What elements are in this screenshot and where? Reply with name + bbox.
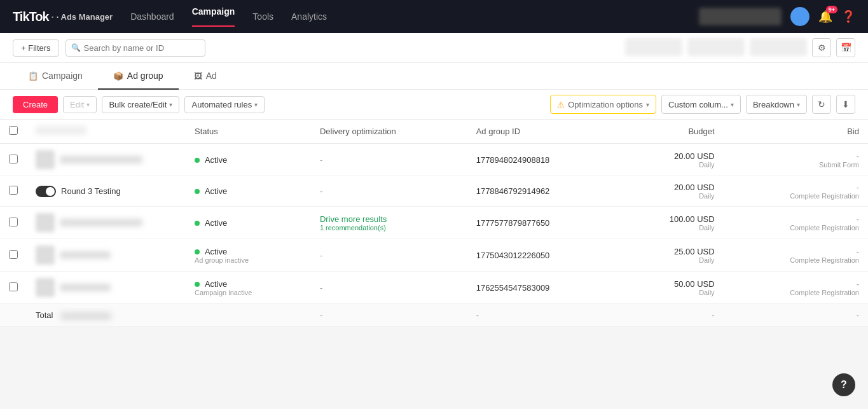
row2-status-cell: Active xyxy=(186,176,311,207)
row2-status-dot xyxy=(195,189,200,194)
bulk-edit-button[interactable]: Bulk create/Edit ▾ xyxy=(102,96,179,113)
toolbar-ghost-2 xyxy=(687,38,745,56)
table-row: Round 3 Testing Active - 177884679291496… xyxy=(0,176,868,207)
row1-checkbox-cell xyxy=(0,144,27,176)
row2-checkbox[interactable] xyxy=(9,186,18,195)
breakdown-button[interactable]: Breakdown ▾ xyxy=(746,95,807,114)
warning-icon: ⚠ xyxy=(557,100,565,109)
col-delivery-header[interactable]: Delivery optimization xyxy=(311,120,467,144)
row5-budget-cell: 50.00 USD Daily xyxy=(619,272,723,304)
nav-tools[interactable]: Tools xyxy=(252,11,273,22)
ad-group-table: Status Delivery optimization Ad group ID… xyxy=(0,120,868,327)
search-icon: 🔍 xyxy=(71,43,81,52)
breakdown-caret-icon: ▾ xyxy=(797,101,800,108)
download-button[interactable]: ⬇ xyxy=(836,95,855,114)
search-input[interactable] xyxy=(65,39,205,57)
row4-avatar xyxy=(36,246,55,265)
row1-adgroupid-cell: 1778948024908818 xyxy=(467,144,619,176)
filters-button[interactable]: + Filters xyxy=(13,39,59,57)
column-icon[interactable]: ⚙ xyxy=(812,38,831,57)
row5-delivery-cell: - xyxy=(311,272,467,304)
nav-dashboard[interactable]: Dashboard xyxy=(130,11,174,22)
row2-bid-sub: Complete Registration xyxy=(733,192,859,200)
col-adgroupid-header[interactable]: Ad group ID xyxy=(467,120,619,144)
automated-rules-label: Automated rules xyxy=(191,100,252,109)
row1-checkbox[interactable] xyxy=(9,155,18,163)
row1-bid: - xyxy=(733,151,859,161)
row2-budget-val: 20.00 USD xyxy=(628,183,714,192)
row3-status: Active xyxy=(205,218,227,228)
row5-checkbox[interactable] xyxy=(9,282,18,291)
toolbar-ghost-3 xyxy=(750,38,807,56)
col-status-header[interactable]: Status xyxy=(186,120,311,144)
row2-name-cell: Round 3 Testing xyxy=(27,176,186,207)
table-row: Active Ad group inactive - 1775043012226… xyxy=(0,239,868,272)
select-all-checkbox[interactable] xyxy=(9,126,18,135)
row4-bid: - xyxy=(733,247,859,256)
breakdown-label: Breakdown xyxy=(753,100,794,109)
row3-bid-cell: - Complete Registration xyxy=(724,207,868,239)
row3-bid-sub: Complete Registration xyxy=(733,224,859,232)
row5-budget-val: 50.00 USD xyxy=(628,279,714,289)
custom-columns-caret-icon: ▾ xyxy=(731,101,734,108)
user-avatar[interactable] xyxy=(790,7,809,26)
col-checkbox xyxy=(0,120,27,144)
account-switcher[interactable] xyxy=(699,8,782,25)
automated-rules-button[interactable]: Automated rules ▾ xyxy=(184,96,265,113)
row2-adgroupid-cell: 1778846792914962 xyxy=(467,176,619,207)
row5-status-dot xyxy=(195,282,200,287)
row1-name-cell xyxy=(27,144,186,176)
edit-label: Edit xyxy=(70,100,84,109)
row1-budget-cell: 20.00 USD Daily xyxy=(619,144,723,176)
col-bid-header[interactable]: Bid xyxy=(724,120,868,144)
row3-budget-period: Daily xyxy=(628,224,714,232)
custom-columns-label: Custom colum... xyxy=(668,100,728,109)
tab-adgroup[interactable]: 📦 Ad group xyxy=(98,63,179,90)
logo-adsmanager: · Ads Manager xyxy=(57,12,113,22)
refresh-button[interactable]: ↻ xyxy=(812,95,831,114)
notifications-icon[interactable]: 🔔 9+ xyxy=(818,10,832,24)
help-nav-icon[interactable]: ❓ xyxy=(841,10,855,24)
nav-campaign[interactable]: Campaign xyxy=(192,6,235,27)
nav-analytics[interactable]: Analytics xyxy=(291,11,327,22)
tab-ad[interactable]: 🖼 Ad xyxy=(179,63,232,90)
row2-budget-cell: 20.00 USD Daily xyxy=(619,176,723,207)
edit-button[interactable]: Edit ▾ xyxy=(63,96,97,113)
toolbar: + Filters 🔍 ⚙ 📅 xyxy=(0,33,868,63)
toolbar-ghost-1 xyxy=(625,38,682,56)
row5-name-cell xyxy=(27,272,186,304)
tabs-row: 📋 Campaign 📦 Ad group 🖼 Ad xyxy=(0,63,868,90)
row5-name xyxy=(60,284,111,291)
row2-toggle[interactable] xyxy=(36,186,56,197)
action-bar: Create Edit ▾ Bulk create/Edit ▾ Automat… xyxy=(0,90,868,120)
row4-checkbox[interactable] xyxy=(9,250,18,259)
row4-status-dot xyxy=(195,249,200,254)
row2-budget-period: Daily xyxy=(628,192,714,200)
table-wrap: Status Delivery optimization Ad group ID… xyxy=(0,120,868,327)
create-button[interactable]: Create xyxy=(13,96,58,113)
total-label: Total xyxy=(36,310,53,320)
ad-tab-label: Ad xyxy=(206,71,217,81)
row1-delivery-cell: - xyxy=(311,144,467,176)
tab-campaign[interactable]: 📋 Campaign xyxy=(13,63,98,90)
row5-status-cell: Active Campaign inactive xyxy=(186,272,311,304)
row3-checkbox[interactable] xyxy=(9,218,18,226)
nav-right: 🔔 9+ ❓ xyxy=(699,7,855,26)
total-row: Total - - - - xyxy=(0,304,868,327)
row3-name xyxy=(60,219,142,226)
calendar-icon[interactable]: 📅 xyxy=(836,38,855,57)
row2-bid-cell: - Complete Registration xyxy=(724,176,868,207)
row4-adgroupid-cell: 1775043012226050 xyxy=(467,239,619,272)
custom-columns-button[interactable]: Custom colum... ▾ xyxy=(661,95,741,114)
row3-delivery-sub: 1 recommendation(s) xyxy=(320,224,458,232)
col-budget-header[interactable]: Budget xyxy=(619,120,723,144)
row3-avatar xyxy=(36,213,55,232)
adgroup-tab-icon: 📦 xyxy=(113,71,123,81)
row4-name-cell xyxy=(27,239,186,272)
row2-status: Active xyxy=(205,186,227,196)
table-row: Active Campaign inactive - 1762554547583… xyxy=(0,272,868,304)
nav-links: Dashboard Campaign Tools Analytics xyxy=(130,6,681,27)
row4-bid-cell: - Complete Registration xyxy=(724,239,868,272)
row4-status-cell: Active Ad group inactive xyxy=(186,239,311,272)
optimization-button[interactable]: ⚠ Optimization options ▾ xyxy=(550,95,656,114)
